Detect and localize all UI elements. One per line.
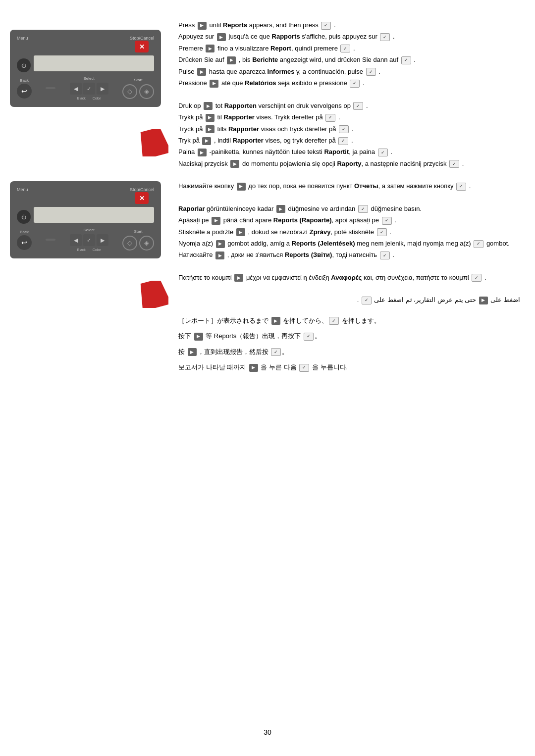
black-label-2: Black	[77, 248, 86, 252]
btn-check-it: ✓	[340, 45, 350, 52]
btn-right-pt: ▶	[210, 80, 218, 88]
start-label-2: Start	[134, 229, 143, 234]
btn-check-uk: ✓	[380, 252, 390, 259]
panel-wrapper-2: Menu Stop/Cancel ⏻ Back ↩	[10, 181, 168, 258]
back-btn-2[interactable]: Back ↩	[17, 230, 32, 250]
btn-right-no: ▶	[206, 114, 214, 122]
back-btn-1[interactable]: Back ↩	[17, 78, 32, 99]
line-zh-tw: 按下 ▶ 等 Reports（報告）出現，再按下 ✓。	[178, 331, 520, 341]
printer-panel-1: Menu Stop/Cancel ⏻ Back ↩	[10, 30, 161, 107]
btn-check-ru: ✓	[456, 183, 466, 191]
line-zh-cn: 按 ▶，直到出现报告，然后按 ✓。	[178, 347, 520, 357]
btn-check-en: ✓	[321, 22, 331, 30]
nav-left-1[interactable]: ◀	[70, 83, 82, 95]
btn-right-el: ▶	[234, 274, 243, 282]
nav-right-1[interactable]: ▶	[97, 83, 108, 95]
line-fi: Paina ▶ -painiketta, kunnes näyttöön tul…	[178, 147, 520, 157]
btn-right-tr: ▶	[276, 205, 285, 213]
text-section-1: Press ▶ until Reports appears, and then …	[178, 20, 520, 89]
line-hu: Nyomja a(z) ▶ gombot addig, amíg a Repor…	[178, 238, 520, 249]
btn-check-de: ✓	[401, 56, 411, 64]
line-ko: 보고서가 나타날 때까지 ▶ 을 누른 다음 ✓ 을 누릅니다.	[178, 362, 520, 372]
text-section-arabic: اضغط على ▶ حتى يتم عرض التقارير، ثم اضغط…	[178, 295, 520, 305]
printer-panel-2: Menu Stop/Cancel ⏻ Back ↩	[10, 181, 161, 258]
btn-right-ro: ▶	[212, 217, 220, 225]
line-cs: Stisknête a podržte ▶ , dokud se nezobra…	[178, 227, 520, 237]
line-el: Πατήστε το κουμπί ▶ μέχρι να εμφανιστεί …	[178, 272, 520, 283]
page-number: 30	[264, 728, 271, 736]
btn-right-fi: ▶	[198, 149, 207, 156]
left-column: Menu Stop/Cancel ⏻ Back ↩	[10, 15, 168, 378]
btn-right-fr: ▶	[217, 33, 226, 41]
color-label-2: Color	[93, 248, 101, 252]
line-uk: Натискайте ▶ , доки не з'явиться Reports…	[178, 250, 520, 260]
start-black-btn-1[interactable]: ◇	[122, 84, 137, 99]
btn-check-zh-tw: ✓	[304, 333, 314, 341]
color-labels-2: Black Color	[77, 248, 101, 252]
line-de: Drücken Sie auf ▶ , bis Berichte angezei…	[178, 54, 520, 65]
line-sv: Tryck på ▶ tills Rapporter visas och try…	[178, 124, 520, 134]
nav-row-2: ◀ ✓ ▶	[70, 234, 108, 246]
color-label-1: Color	[93, 97, 101, 100]
menu-label-1: Menu	[17, 36, 28, 41]
start-color-btn-1[interactable]: ◈	[139, 84, 154, 99]
select-label-1: Select	[84, 76, 95, 81]
panel-display-2	[34, 207, 154, 223]
panel-display-1	[34, 55, 154, 71]
text-section-3: Нажимайте кнопку ▶ до тех пор, пока не п…	[178, 181, 520, 191]
text-section-5: Πατήστε το κουμπί ▶ μέχρι να εμφανιστεί …	[178, 272, 520, 283]
nav-left-2[interactable]: ◀	[70, 234, 82, 246]
btn-right-cs: ▶	[236, 228, 245, 236]
btn-right-sv: ▶	[206, 125, 214, 133]
back-circle-2: ↩	[17, 235, 32, 250]
panel-top-row-2: Menu Stop/Cancel	[17, 187, 154, 204]
line-ja: ［レポート］が表示されるまで ▶ を押してから、✓ を押します。	[178, 315, 520, 326]
line-nl: Druk op ▶ tot Rapporten verschijnt en dr…	[178, 101, 520, 111]
btn-right-en: ▶	[198, 22, 207, 30]
svg-marker-1	[139, 281, 168, 308]
nav-check-1[interactable]: ✓	[83, 83, 95, 95]
line-pt: Pressione ▶ até que Relatórios seja exib…	[178, 78, 520, 88]
btn-check-cs: ✓	[377, 228, 387, 236]
btn-check-pt: ✓	[350, 80, 360, 88]
stop-cancel-btn-1[interactable]	[135, 41, 149, 52]
btn-right-zh-tw: ▶	[194, 333, 203, 341]
back-label-2: Back	[20, 230, 29, 234]
nav-check-2[interactable]: ✓	[83, 234, 95, 246]
btn-check-pl: ✓	[449, 160, 459, 168]
btn-right-ko: ▶	[249, 364, 258, 372]
line-ru: Нажимайте кнопку ▶ до тех пор, пока не п…	[178, 181, 520, 191]
text-section-zh-tw: 按下 ▶ 等 Reports（報告）出現，再按下 ✓。	[178, 331, 520, 341]
btn-check-fi: ✓	[378, 149, 388, 156]
btn-right-it: ▶	[206, 45, 214, 52]
line-da: Tryk på ▶ , indtil Rapporter vises, og t…	[178, 135, 520, 146]
btn-check-ko: ✓	[299, 364, 309, 372]
btn-right-pl: ▶	[230, 160, 239, 168]
start-row-2: ◇ ◈	[122, 236, 154, 251]
stop-cancel-btn-2[interactable]	[135, 192, 149, 204]
line-ro: Apăsați pe ▶ până când apare Reports (Ra…	[178, 215, 520, 225]
panel-wrapper-1: Menu Stop/Cancel ⏻ Back ↩	[10, 30, 168, 107]
btn-check-nl: ✓	[353, 102, 363, 110]
start-black-btn-2[interactable]: ◇	[122, 236, 137, 251]
btn-check-fr: ✓	[380, 33, 390, 41]
text-section-ko: 보고서가 나타날 때까지 ▶ 을 누른 다음 ✓ 을 누릅니다.	[178, 362, 520, 372]
nav-right-2[interactable]: ▶	[97, 234, 108, 246]
page-container: Menu Stop/Cancel ⏻ Back ↩	[0, 0, 535, 393]
btn-right-de: ▶	[227, 56, 236, 64]
color-labels-1: Black Color	[77, 97, 101, 100]
start-color-btn-2[interactable]: ◈	[139, 236, 154, 251]
text-section-ja: ［レポート］が表示されるまで ▶ を押してから、✓ を押します。	[178, 315, 520, 326]
nav-cluster-2: Select ◀ ✓ ▶ Black Color	[70, 228, 108, 252]
black-label-1: Black	[77, 97, 86, 100]
btn-check-es: ✓	[366, 68, 376, 76]
line-en: Press ▶ until Reports appears, and then …	[178, 20, 520, 30]
text-section-4: Raporlar görüntüleninceye kadar ▶ düğmes…	[178, 203, 520, 260]
start-row-1: ◇ ◈	[122, 84, 154, 99]
btn-check-hu: ✓	[474, 240, 483, 248]
text-section-zh-cn: 按 ▶，直到出现报告，然后按 ✓。	[178, 347, 520, 357]
nav-cluster-1: Select ◀ ✓ ▶ Black Color	[70, 76, 108, 100]
line-pl: Naciskaj przycisk ▶ do momentu pojawieni…	[178, 158, 520, 169]
btn-check-el: ✓	[472, 274, 482, 282]
back-label-1: Back	[20, 78, 29, 83]
